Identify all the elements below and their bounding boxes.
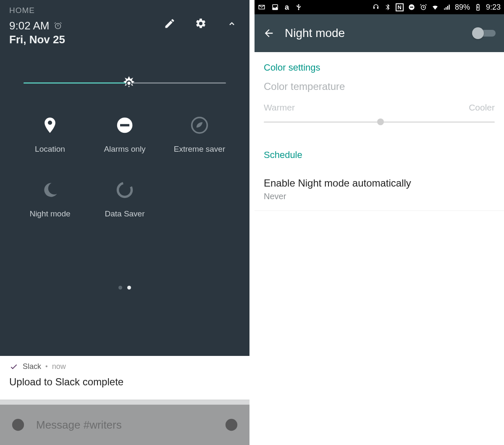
headphones-icon <box>372 3 380 11</box>
svg-point-7 <box>16 423 17 424</box>
notification-card[interactable]: Slack • now Upload to Slack complete <box>0 356 249 400</box>
clock-date: Fri, Nov 25 <box>9 33 164 46</box>
tile-label: Data Saver <box>105 209 144 219</box>
amazon-icon: a <box>285 3 289 12</box>
clock-time: 9:02 AM <box>9 19 49 32</box>
emoji-icon[interactable] <box>11 418 25 432</box>
message-input-bar: Message #writers <box>0 405 249 445</box>
tile-night-mode[interactable]: Night mode <box>16 181 84 219</box>
notification-body: Upload to Slack complete <box>9 376 240 388</box>
status-bar: a N 89% 9:23 <box>255 0 504 14</box>
dnd-status-icon <box>408 3 415 11</box>
signal-icon <box>443 3 451 11</box>
gear-icon[interactable] <box>195 18 207 29</box>
battery-percent: 89% <box>455 3 470 12</box>
quick-settings-panel: HOME 9:02 AM Fri, Nov 25 <box>0 0 249 445</box>
chevron-up-icon[interactable] <box>226 18 238 29</box>
plus-icon[interactable] <box>224 418 239 432</box>
schedule-enable-auto[interactable]: Enable Night mode automatically Never <box>255 168 504 211</box>
page-indicator <box>0 286 249 290</box>
mail-icon <box>258 3 265 11</box>
status-time: 9:23 <box>486 3 501 12</box>
message-input[interactable]: Message #writers <box>36 419 213 432</box>
warmer-label: Warmer <box>264 103 295 113</box>
schedule-item-title: Enable Night mode automatically <box>264 177 495 189</box>
quick-settings-tiles: Location Alarms only Extreme saver Night… <box>13 116 237 219</box>
svg-point-8 <box>19 423 21 424</box>
edit-icon[interactable] <box>164 18 176 29</box>
tile-label: Alarms only <box>104 145 145 154</box>
check-icon <box>9 362 18 371</box>
leaf-icon <box>190 116 209 134</box>
color-temperature-label: Color temperature <box>264 81 495 92</box>
alarm-status-icon <box>420 3 427 11</box>
brightness-slider[interactable] <box>24 75 226 92</box>
cooler-label: Cooler <box>469 103 495 113</box>
dnd-icon <box>116 116 134 134</box>
schedule-item-value: Never <box>264 192 495 201</box>
svg-rect-3 <box>120 124 129 126</box>
page-title: Night mode <box>285 26 463 40</box>
section-color-settings: Color settings <box>264 62 495 73</box>
tile-data-saver[interactable]: Data Saver <box>91 181 158 219</box>
titlebar: Night mode <box>255 14 504 52</box>
data-saver-icon <box>116 181 134 199</box>
carrier-label: HOME <box>9 6 240 15</box>
location-icon <box>41 116 59 134</box>
moon-icon <box>41 181 59 199</box>
svg-point-5 <box>118 183 132 197</box>
tile-alarms-only[interactable]: Alarms only <box>91 116 158 154</box>
nfc-icon: N <box>396 3 404 11</box>
wifi-icon <box>431 3 439 11</box>
color-temperature-slider[interactable] <box>264 117 495 127</box>
night-mode-toggle[interactable] <box>473 28 496 38</box>
tile-location[interactable]: Location <box>16 116 84 154</box>
notification-app-name: Slack <box>23 362 41 371</box>
section-schedule: Schedule <box>264 150 495 161</box>
back-icon[interactable] <box>263 27 275 39</box>
svg-rect-13 <box>410 7 413 8</box>
image-icon <box>271 3 279 11</box>
battery-icon <box>474 3 482 11</box>
brightness-icon <box>121 75 137 92</box>
tile-extreme-saver[interactable]: Extreme saver <box>166 116 233 154</box>
tile-label: Extreme saver <box>174 145 225 154</box>
svg-point-6 <box>13 419 24 430</box>
bluetooth-icon <box>384 3 391 11</box>
svg-point-1 <box>127 82 130 84</box>
night-mode-settings-screen: a N 89% 9:23 Night mode <box>255 0 504 445</box>
usb-icon <box>295 3 302 11</box>
tile-label: Location <box>35 145 65 154</box>
svg-rect-16 <box>477 4 478 5</box>
alarm-icon <box>53 21 63 31</box>
notification-time: now <box>52 362 66 371</box>
tile-label: Night mode <box>29 209 70 219</box>
